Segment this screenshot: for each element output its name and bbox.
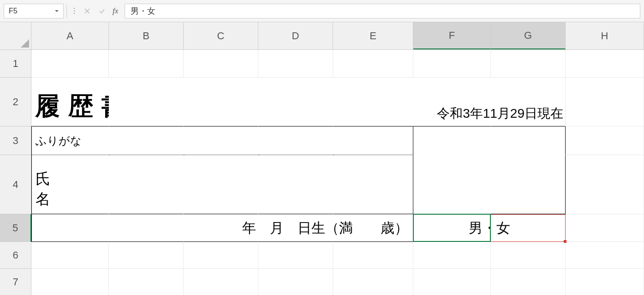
cell-B6[interactable] (109, 242, 184, 269)
cell-A3[interactable]: ふりがな (31, 126, 109, 155)
row-header-7[interactable]: 7 (0, 269, 31, 295)
row-header-2[interactable]: 2 (0, 78, 31, 126)
cell-G3[interactable] (491, 126, 566, 155)
col-header-F[interactable]: F (413, 22, 491, 49)
cell-G6[interactable] (491, 242, 566, 269)
cell-C1[interactable] (184, 50, 258, 78)
col-header-C[interactable]: C (184, 22, 258, 49)
cell-H4[interactable] (566, 155, 644, 214)
cell-H7[interactable] (566, 269, 644, 295)
cell-E3[interactable] (333, 126, 413, 155)
check-icon (96, 5, 108, 17)
cells-grid[interactable]: 履歴書 令和3年11月29日現在 ふりがな (31, 50, 644, 295)
cell-E4[interactable] (333, 155, 413, 214)
name-box-value: F5 (9, 7, 18, 15)
cell-E5[interactable]: 年 月 日生（満 歳） (333, 214, 413, 242)
cell-A5[interactable] (31, 214, 109, 242)
shimei-label: 氏 名 (36, 169, 108, 210)
cell-E7[interactable] (333, 269, 413, 295)
column-headers: A B C D E F G H (0, 22, 644, 50)
fx-icon[interactable]: fx (111, 6, 120, 16)
cell-B3[interactable] (109, 126, 184, 155)
cell-G2[interactable]: 令和3年11月29日現在 (491, 78, 566, 126)
name-box[interactable]: F5 (4, 4, 64, 18)
formula-input[interactable]: 男・女 (125, 4, 640, 18)
cell-B4[interactable] (109, 155, 184, 214)
cell-B1[interactable] (109, 50, 184, 78)
cell-E1[interactable] (333, 50, 413, 78)
cell-D3[interactable] (258, 126, 333, 155)
gender-text: 男・女 (413, 218, 565, 237)
cell-B7[interactable] (109, 269, 184, 295)
cell-B5[interactable] (109, 214, 184, 242)
cell-E6[interactable] (333, 242, 413, 269)
cell-F1[interactable] (413, 50, 491, 78)
cell-F6[interactable] (413, 242, 491, 269)
cell-F4[interactable] (413, 155, 491, 214)
cell-A4[interactable]: 氏 名 (31, 155, 109, 214)
row-header-5[interactable]: 5 (0, 214, 31, 242)
col-header-D[interactable]: D (258, 22, 333, 49)
cell-C6[interactable] (184, 242, 258, 269)
cell-H5[interactable] (566, 214, 644, 242)
spreadsheet: A B C D E F G H 1 2 3 4 5 6 7 (0, 22, 644, 295)
date-text: 令和3年11月29日現在 (437, 105, 563, 122)
cell-D1[interactable] (258, 50, 333, 78)
row-header-4[interactable]: 4 (0, 155, 31, 214)
formula-bar: F5 ⋮ fx 男・女 (0, 0, 644, 22)
cell-C7[interactable] (184, 269, 258, 295)
furigana-label: ふりがな (36, 133, 82, 148)
cell-B2[interactable] (109, 78, 184, 126)
col-header-G[interactable]: G (491, 22, 566, 49)
cell-D7[interactable] (258, 269, 333, 295)
formula-value: 男・女 (131, 6, 155, 17)
cell-H3[interactable] (566, 126, 644, 155)
cell-E2[interactable] (333, 78, 413, 126)
col-header-B[interactable]: B (109, 22, 184, 49)
cell-D2[interactable] (258, 78, 333, 126)
cell-A6[interactable] (31, 242, 109, 269)
chevron-down-icon[interactable] (53, 7, 60, 15)
row-header-3[interactable]: 3 (0, 126, 31, 155)
cell-A7[interactable] (31, 269, 109, 295)
row-header-1[interactable]: 1 (0, 50, 31, 78)
cell-G7[interactable] (491, 269, 566, 295)
cell-D6[interactable] (258, 242, 333, 269)
cell-G5[interactable]: 男・女 (491, 214, 566, 242)
cell-D4[interactable] (258, 155, 333, 214)
cell-H1[interactable] (566, 50, 644, 78)
cell-C4[interactable] (184, 155, 258, 214)
dots-icon: ⋮ (70, 6, 78, 15)
cell-H2[interactable] (566, 78, 644, 126)
cell-C3[interactable] (184, 126, 258, 155)
cell-G1[interactable] (491, 50, 566, 78)
select-all-corner[interactable] (0, 22, 31, 49)
cell-F3[interactable] (413, 126, 491, 155)
cell-F7[interactable] (413, 269, 491, 295)
col-header-H[interactable]: H (566, 22, 644, 49)
col-header-A[interactable]: A (31, 22, 109, 49)
cancel-icon (81, 5, 93, 17)
row-header-6[interactable]: 6 (0, 242, 31, 269)
cell-H6[interactable] (566, 242, 644, 269)
cell-A1[interactable] (31, 50, 109, 78)
cell-G4[interactable] (491, 155, 566, 214)
cell-A2[interactable]: 履歴書 (31, 78, 109, 126)
birth-text: 年 月 日生（満 歳） (242, 218, 408, 237)
col-header-E[interactable]: E (333, 22, 413, 49)
row-headers: 1 2 3 4 5 6 7 (0, 50, 31, 295)
cell-C2[interactable] (184, 78, 258, 126)
divider (66, 5, 67, 18)
